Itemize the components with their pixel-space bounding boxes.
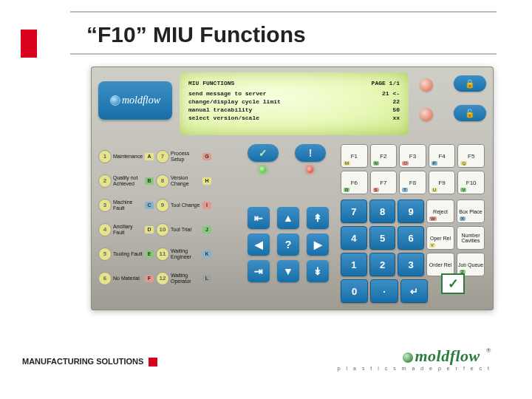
footer-accent-icon	[149, 358, 157, 366]
key-label: Waiting Operator	[171, 273, 200, 284]
check-icon: ✓	[448, 276, 459, 292]
fkey-f6[interactable]: F6R	[341, 171, 368, 194]
key-label: Ancillary Fault	[113, 224, 143, 236]
ok-led-icon	[259, 166, 266, 173]
reason-key-row: 1MaintenanceA7Process SetupG	[98, 144, 242, 168]
brand-name: moldflow	[415, 347, 480, 365]
lock-controls: 🔒 🔓	[420, 75, 488, 133]
reason-key-row: 4Ancillary FaultD10Tool TrialJ	[98, 217, 242, 242]
numkey-6[interactable]: 6	[398, 226, 424, 250]
key-letter: K	[202, 250, 211, 258]
reason-key-row: 5Tooling FaultE11Waiting EngineerK	[98, 242, 242, 266]
key-label: No Material	[113, 276, 143, 282]
key-letter: B	[145, 177, 154, 185]
warn-button[interactable]: !	[295, 144, 326, 162]
logo-text: moldflow	[122, 95, 160, 106]
side-key[interactable]: Number Cavities	[457, 226, 485, 250]
key-number[interactable]: 5	[98, 248, 112, 261]
key-letter: G	[202, 153, 211, 160]
fkey-f4[interactable]: F4P	[429, 144, 456, 168]
navigation-pad: ▲ ◀ ? ▶ ▼ ⇤ ↟ ⇥ ↡	[248, 207, 329, 288]
numkey-3[interactable]: 3	[398, 253, 424, 276]
key-label: Machine Fault	[113, 200, 143, 211]
device-logo: moldflow	[98, 81, 172, 120]
key-label: Waiting Engineer	[171, 248, 200, 260]
numkey-8[interactable]: 8	[369, 200, 396, 223]
footer-label: MANUFACTURING SOLUTIONS	[22, 357, 157, 366]
key-label: Version Change	[171, 175, 200, 187]
key-number[interactable]: 6	[98, 272, 112, 285]
status-led-2	[420, 108, 433, 121]
brand-dot-icon	[403, 352, 413, 363]
nav-end[interactable]: ⇥	[248, 260, 270, 282]
f10-callout-icon: ✓	[441, 273, 465, 294]
nav-left[interactable]: ◀	[248, 233, 270, 256]
fkey-f8[interactable]: F8T	[399, 171, 426, 194]
key-letter: H	[202, 177, 211, 185]
side-key[interactable]: RejectW	[426, 200, 454, 223]
key-number[interactable]: 4	[98, 223, 112, 236]
key-number[interactable]: 11	[156, 248, 169, 261]
numkey-1[interactable]: 1	[341, 253, 367, 276]
fkey-f3[interactable]: F3O	[399, 144, 426, 168]
ok-button[interactable]: ✓	[248, 144, 279, 162]
brand-registered-icon: ®	[486, 347, 491, 354]
fkey-f10[interactable]: F10V	[457, 171, 485, 194]
fkey-f1[interactable]: F1M	[341, 144, 368, 168]
nav-right[interactable]: ▶	[307, 233, 329, 256]
numkey-5[interactable]: 5	[369, 226, 396, 250]
fkey-f5[interactable]: F5Q	[457, 144, 485, 168]
key-number[interactable]: 10	[156, 223, 169, 236]
key-number[interactable]: 12	[156, 272, 169, 285]
key-letter: I	[202, 202, 211, 209]
nav-down[interactable]: ▼	[277, 260, 299, 282]
numkey-7[interactable]: 7	[341, 200, 367, 223]
key-letter: C	[145, 202, 154, 209]
brand-tagline: p l a s t i c s m a d e p e r f e c t	[338, 366, 491, 371]
fkey-f2[interactable]: F2N	[370, 144, 398, 168]
hmi-panel: moldflow MIU FUNCTIONS PAGE 1/1 send mes…	[91, 66, 494, 310]
terminal-line: manual tracability50	[188, 106, 400, 114]
reason-keys: 1MaintenanceA7Process SetupG2Quality not…	[98, 144, 242, 290]
brand-logo: moldflow® p l a s t i c s m a d e p e r …	[338, 347, 491, 371]
logo-dot-icon	[110, 95, 120, 106]
nav-up[interactable]: ▲	[277, 207, 299, 229]
nav-pgdn[interactable]: ↡	[307, 260, 329, 282]
numkey-2[interactable]: 2	[369, 253, 396, 276]
numkey-4[interactable]: 4	[341, 226, 367, 250]
function-keys: F1MF2NF3OF4PF5QF6RF7SF8TF9UF10V	[341, 144, 485, 197]
key-number[interactable]: 3	[98, 199, 112, 212]
red-accent	[21, 30, 37, 58]
key-label: Tool Trial	[171, 227, 200, 233]
warn-led-icon	[307, 166, 313, 173]
side-key[interactable]: Box PlaceX	[457, 200, 485, 223]
key-number[interactable]: 2	[98, 174, 112, 188]
confirm-buttons: ✓ !	[248, 144, 336, 214]
nav-home[interactable]: ⇤	[248, 207, 270, 229]
nav-help[interactable]: ?	[277, 233, 299, 256]
unlock-button[interactable]: 🔓	[454, 105, 486, 121]
terminal-line: send message to server21 <-	[188, 89, 400, 98]
fkey-f7[interactable]: F7S	[370, 171, 398, 194]
key-label: Process Setup	[171, 151, 200, 163]
key-number[interactable]: 7	[156, 150, 169, 163]
key-number[interactable]: 9	[156, 199, 169, 212]
numkey-↵[interactable]: ↵	[400, 279, 428, 303]
key-letter: F	[145, 275, 154, 282]
terminal-line: select version/scalexx	[188, 114, 400, 122]
numkey-0[interactable]: 0	[341, 279, 368, 303]
key-letter: L	[202, 275, 211, 282]
fkey-f9[interactable]: F9U	[429, 171, 456, 194]
lock-button[interactable]: 🔒	[454, 75, 486, 92]
key-number[interactable]: 1	[98, 150, 112, 163]
numkey-·[interactable]: ·	[370, 279, 398, 303]
top-divider	[70, 11, 497, 13]
numkey-9[interactable]: 9	[398, 200, 424, 223]
page-title: “F10” MIU Functions	[86, 22, 306, 47]
side-key[interactable]: Oper RelY	[426, 226, 454, 250]
reason-key-row: 6No MaterialF12Waiting OperatorL	[98, 266, 242, 290]
terminal-display: MIU FUNCTIONS PAGE 1/1 send message to s…	[180, 72, 409, 135]
key-number[interactable]: 8	[156, 174, 169, 188]
key-letter: J	[202, 226, 211, 233]
nav-pgup[interactable]: ↟	[307, 207, 329, 229]
